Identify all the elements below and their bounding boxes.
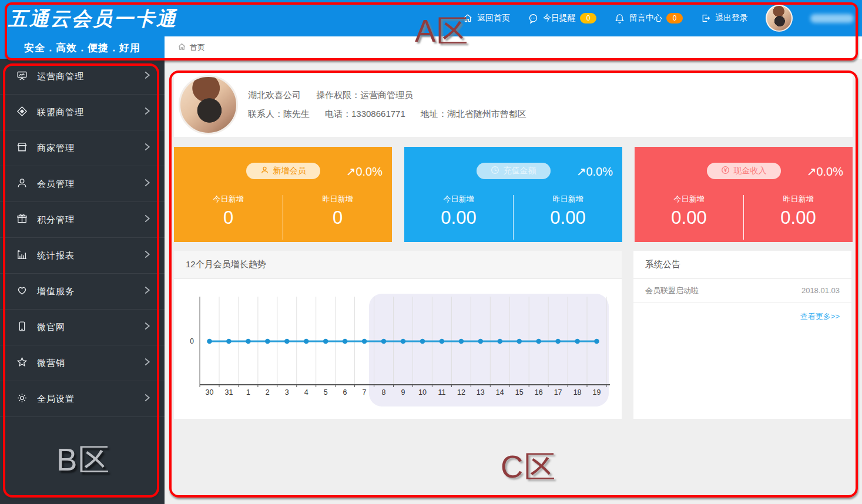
topbar: 五通云会员一卡通 返回首页 今日提醒 0 [0, 0, 862, 36]
app-screen: 五通云会员一卡通 返回首页 今日提醒 0 [0, 0, 862, 504]
contact-text: 联系人：陈先生 [248, 109, 310, 120]
phone-text: 电话：13308661771 [325, 109, 405, 120]
sidebar-item-label: 全局设置 [37, 394, 144, 405]
sidebar-item-label: 联盟商管理 [37, 107, 144, 118]
view-more-link[interactable]: 查看更多>> [800, 312, 840, 321]
breadcrumb-home-link[interactable]: 首页 [190, 42, 205, 53]
user-avatar[interactable] [766, 5, 793, 32]
yesterday-label: 昨日新增 [744, 194, 853, 204]
profile-avatar [179, 75, 238, 135]
home-icon [462, 13, 473, 23]
home-icon [177, 42, 186, 53]
sidebar-item-label: 商家管理 [37, 143, 144, 154]
message-badge: 0 [666, 13, 683, 23]
sidebar-item-value-added-services[interactable]: 增值服务 [0, 274, 165, 310]
sidebar-item-micro-website[interactable]: 微官网 [0, 310, 165, 345]
bar-chart-icon [16, 248, 28, 263]
tagline-banner: 安全．高效．便捷．好用 [0, 36, 165, 59]
growth-chart-panel: 12个月会员增长趋势 03031123456789101112131415161… [174, 251, 622, 419]
sidebar-item-label: 会员管理 [37, 179, 144, 190]
yesterday-value: 0.00 [514, 207, 622, 229]
svg-text:14: 14 [496, 388, 504, 397]
svg-text:3: 3 [285, 388, 289, 397]
stat-pill: 现金收入 [707, 163, 781, 179]
nav-label: 返回首页 [477, 13, 510, 23]
sidebar-item-statistics-reports[interactable]: 统计报表 [0, 238, 165, 274]
sidebar-item-label: 微官网 [37, 322, 144, 333]
sidebar-item-member-mgmt[interactable]: 会员管理 [0, 166, 165, 202]
nav-today-reminder[interactable]: 今日提醒 0 [528, 13, 596, 24]
stat-title: 新增会员 [273, 166, 306, 176]
chevron-right-icon [144, 214, 150, 226]
company-name: 湖北欢喜公司 [248, 90, 301, 101]
profile-info: 湖北欢喜公司 操作权限：运营商管理员 联系人：陈先生 电话：1330866177… [248, 90, 526, 127]
star-icon [16, 356, 28, 371]
diamond-icon [16, 105, 28, 120]
monitor-icon [16, 69, 28, 84]
announcements-title: 系统公告 [633, 251, 851, 279]
today-label: 今日新增 [635, 194, 743, 204]
stat-pill: 新增会员 [246, 163, 320, 179]
nav-label: 今日提醒 [543, 13, 576, 23]
chart-body: 0303112345678910111213141516171819 [174, 279, 622, 419]
sidebar-item-global-settings[interactable]: 全局设置 [0, 381, 165, 417]
sidebar-item-points-mgmt[interactable]: 积分管理 [0, 202, 165, 238]
yesterday-label: 昨日新增 [514, 194, 622, 204]
stat-title: 充值金额 [504, 166, 536, 176]
chart-title: 12个月会员增长趋势 [174, 251, 622, 279]
trend-value: ↗0.0% [576, 164, 613, 179]
app-logo: 五通云会员一卡通 [8, 6, 177, 32]
sidebar-item-operator-mgmt[interactable]: 运营商管理 [0, 59, 165, 95]
svg-text:16: 16 [535, 388, 543, 397]
main-content: 湖北欢喜公司 操作权限：运营商管理员 联系人：陈先生 电话：1330866177… [165, 59, 862, 504]
address-text: 地址：湖北省随州市曾都区 [421, 109, 526, 120]
member-icon [260, 166, 269, 176]
heart-icon [16, 284, 28, 299]
svg-text:10: 10 [418, 388, 427, 397]
svg-text:15: 15 [515, 388, 524, 397]
nav-message-center[interactable]: 留言中心 0 [614, 13, 683, 24]
svg-text:31: 31 [224, 388, 233, 397]
nav-return-home[interactable]: 返回首页 [462, 13, 510, 23]
username-redacted [810, 14, 854, 23]
svg-text:0: 0 [190, 337, 194, 345]
today-value: 0.00 [404, 207, 513, 229]
chevron-right-icon [144, 357, 150, 369]
sidebar-item-merchant-mgmt[interactable]: 商家管理 [0, 130, 165, 166]
sidebar-item-micro-marketing[interactable]: 微营销 [0, 345, 165, 381]
svg-text:11: 11 [438, 388, 445, 397]
chevron-right-icon [144, 321, 150, 333]
announcement-item[interactable]: 会员联盟启动啦 2018.01.03 [633, 279, 851, 303]
svg-text:2: 2 [266, 388, 270, 397]
sidebar-item-label: 运营商管理 [37, 71, 144, 82]
today-value: 0 [174, 207, 283, 229]
svg-text:13: 13 [477, 388, 485, 397]
sidebar-item-alliance-mgmt[interactable]: 联盟商管理 [0, 95, 165, 130]
cash-icon [721, 166, 730, 176]
today-label: 今日新增 [174, 194, 283, 204]
svg-text:12: 12 [457, 388, 465, 397]
operator-profile-card: 湖北欢喜公司 操作权限：运营商管理员 联系人：陈先生 电话：1330866177… [174, 73, 853, 137]
chevron-right-icon [144, 250, 150, 261]
stat-cards: 新增会员 ↗0.0% 今日新增 0 昨日新增 0 [174, 147, 853, 242]
stat-card-new-members: 新增会员 ↗0.0% 今日新增 0 昨日新增 0 [174, 147, 392, 242]
chevron-right-icon [144, 178, 150, 190]
chat-icon [528, 13, 539, 24]
today-label: 今日新增 [404, 194, 513, 204]
breadcrumb: 首页 [165, 36, 862, 59]
svg-text:18: 18 [573, 388, 582, 397]
svg-text:6: 6 [343, 388, 347, 397]
chevron-right-icon [144, 285, 150, 297]
system-announcements-panel: 系统公告 会员联盟启动啦 2018.01.03 查看更多>> [633, 251, 851, 419]
trend-value: ↗0.0% [807, 164, 843, 179]
stat-card-recharge-amount: 充值金额 ↗0.0% 今日新增 0.00 昨日新增 0.00 [404, 147, 622, 242]
svg-text:30: 30 [206, 388, 214, 397]
sidebar: 运营商管理 联盟商管理 商家管理 [0, 59, 165, 504]
today-value: 0.00 [635, 207, 743, 229]
store-icon [16, 141, 28, 156]
sidebar-item-label: 增值服务 [37, 286, 144, 297]
nav-label: 留言中心 [629, 13, 662, 23]
phone-icon [16, 320, 28, 335]
user-icon [16, 177, 28, 191]
nav-logout[interactable]: 退出登录 [700, 13, 748, 23]
